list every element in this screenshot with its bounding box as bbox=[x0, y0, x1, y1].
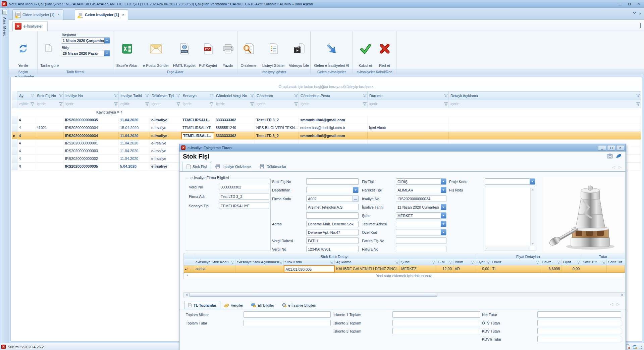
column-header[interactable]: Gönderici e-Posta bbox=[299, 91, 368, 100]
filter-funnel-icon[interactable] bbox=[114, 102, 118, 106]
filter-funnel-icon[interactable] bbox=[145, 102, 149, 106]
column-header[interactable]: Gönderici Vergi No bbox=[214, 91, 255, 100]
column-header[interactable]: Döviz... bbox=[540, 259, 561, 265]
proje-kodu-dropdown[interactable] bbox=[485, 178, 535, 185]
scroll-right-icon[interactable] bbox=[620, 294, 625, 296]
gelen-eirsaliyeleri-al-button[interactable]: Gelen e-İrsaliyeleri Al bbox=[311, 31, 353, 69]
vergi-dairesi-field[interactable] bbox=[306, 237, 359, 244]
iskonto1-field[interactable] bbox=[392, 311, 480, 318]
filter-cell[interactable]: içerir: bbox=[150, 100, 181, 108]
table-row[interactable]: ▸!asdsaA01.01.030.005KALİBRE GALVENİZLİ … bbox=[184, 265, 625, 273]
tab-dokumanlar[interactable]: Dökümanlar bbox=[255, 162, 291, 171]
ozel-kod-dropdown[interactable] bbox=[396, 229, 446, 235]
column-header[interactable]: Detaylı Açıklama bbox=[449, 91, 641, 100]
filter-cell[interactable]: içerir: bbox=[449, 100, 641, 108]
column-header[interactable]: Fiyat... bbox=[561, 259, 581, 265]
filter-funnel-icon[interactable] bbox=[636, 94, 640, 97]
chevron-down-icon[interactable] bbox=[104, 38, 110, 43]
filter-funnel-icon[interactable] bbox=[294, 94, 298, 97]
filter-funnel-icon[interactable] bbox=[31, 102, 34, 106]
fatura-no-field[interactable] bbox=[396, 246, 446, 252]
tab-ek-bilgiler[interactable]: Ek Bilgiler bbox=[247, 301, 278, 309]
table-row[interactable]: 441021IRS202000000000415.04.2020e-İrsali… bbox=[12, 124, 641, 132]
tab-stok-fisi[interactable]: Stok Fişi bbox=[182, 162, 211, 171]
filter-cell[interactable]: içerir: bbox=[255, 100, 299, 108]
chevron-down-icon[interactable] bbox=[104, 50, 110, 56]
scroll-left-icon[interactable] bbox=[184, 294, 189, 296]
chevron-down-icon[interactable] bbox=[441, 179, 446, 184]
sube-dropdown[interactable]: MERKEZ bbox=[396, 212, 446, 219]
hareket-tipi-dropdown[interactable]: ALIMLAR bbox=[396, 187, 446, 193]
onizleme-button[interactable]: Önizleme bbox=[237, 31, 260, 69]
theme-brush-icon[interactable] bbox=[616, 154, 622, 160]
departman-dropdown[interactable] bbox=[306, 187, 359, 193]
vergi-no-field[interactable] bbox=[306, 246, 359, 252]
filter-funnel-icon[interactable] bbox=[395, 261, 399, 264]
dialog-close-button[interactable]: ✕ bbox=[616, 145, 624, 150]
column-header[interactable]: Döküman Tipi bbox=[150, 91, 181, 100]
minimize-button[interactable] bbox=[616, 1, 624, 6]
tab-eirsaliye-bilgileri[interactable]: e-İrsaliye Bilgileri bbox=[278, 301, 320, 309]
adres1-field[interactable] bbox=[306, 221, 359, 227]
pdf-kaydet-button[interactable]: PDF Pdf Kaydet bbox=[198, 31, 219, 69]
filter-funnel-icon[interactable] bbox=[294, 102, 298, 106]
column-header[interactable]: Stok Kodu bbox=[284, 259, 335, 265]
restore-button[interactable] bbox=[626, 1, 633, 6]
column-header[interactable]: e-İrsaliye Stok Kodu bbox=[194, 259, 235, 265]
document-status-icon[interactable] bbox=[626, 344, 630, 350]
bitis-date-dropdown[interactable]: 26 Nisan 2020 Pazar bbox=[61, 50, 110, 56]
column-header[interactable]: Açıklama bbox=[335, 259, 400, 265]
filter-funnel-icon[interactable] bbox=[279, 261, 283, 264]
filter-funnel-icon[interactable] bbox=[536, 261, 539, 264]
filter-cell[interactable]: içerir: bbox=[181, 100, 214, 108]
filter-cell[interactable]: içerir: bbox=[299, 100, 368, 108]
filter-funnel-icon[interactable] bbox=[602, 261, 606, 264]
filter-funnel-icon[interactable] bbox=[145, 94, 149, 97]
tab-close-icon[interactable]: ✕ bbox=[122, 13, 125, 16]
excele-aktar-button[interactable]: Excel'e Aktar bbox=[114, 31, 141, 69]
filter-funnel-icon[interactable] bbox=[59, 102, 63, 106]
tab-nav-arrows[interactable]: ◁ ▷ bbox=[612, 165, 623, 169]
firma-unvan2-field[interactable] bbox=[306, 212, 359, 219]
horizontal-scrollbar[interactable] bbox=[183, 292, 625, 297]
screenshot-icon[interactable] bbox=[607, 154, 613, 160]
filter-funnel-icon[interactable] bbox=[444, 102, 448, 106]
teslimat-adresi-dropdown[interactable] bbox=[396, 221, 446, 227]
scrollbar-thumb[interactable] bbox=[189, 293, 437, 297]
table-row[interactable]: 4IRS202000000003511.04.2020e-İrsaliyeTEM… bbox=[12, 116, 641, 124]
listeyi-goster-button[interactable]: Listeyi Göster bbox=[260, 31, 288, 69]
filter-cell[interactable]: içerir: bbox=[64, 100, 119, 108]
fatura-fis-no-field[interactable] bbox=[396, 237, 446, 244]
tab-giden-irsaliyeler[interactable]: Giden İrsaliyeler [1] ✕ bbox=[12, 9, 63, 20]
filter-cell[interactable]: eşittir: bbox=[119, 100, 150, 108]
tab-gelen-irsaliyeler[interactable]: Gelen İrsaliyeler [1] ✕ bbox=[75, 9, 128, 20]
column-header[interactable]: İrsaliye Tarihi bbox=[119, 91, 150, 100]
table-row[interactable]: ▶4IRS202000000003411.04.2020e-İrsaliyeTE… bbox=[12, 132, 641, 139]
new-row-hint[interactable]: * Yeni satır eklemek için dokununuz. bbox=[184, 273, 625, 279]
baslama-date-dropdown[interactable]: 1 Nisan 2020 Çarşamba bbox=[61, 37, 110, 44]
firma-unvan-field[interactable] bbox=[306, 204, 359, 210]
column-header[interactable]: İrsaliye No bbox=[64, 91, 119, 100]
tab-vergiler[interactable]: Vergiler bbox=[220, 301, 247, 309]
column-header[interactable]: Döviz bbox=[491, 259, 541, 265]
column-header[interactable]: Fiyat... bbox=[475, 259, 491, 265]
filter-funnel-icon[interactable] bbox=[363, 102, 367, 106]
red-et-button[interactable]: Red et bbox=[376, 31, 394, 69]
iskonto3-field[interactable] bbox=[392, 328, 480, 334]
fis-tipi-dropdown[interactable]: GİRİŞ bbox=[396, 178, 446, 185]
chevron-down-icon[interactable] bbox=[441, 221, 446, 227]
filter-funnel-icon[interactable] bbox=[231, 261, 234, 264]
irsaliye-no-field[interactable] bbox=[396, 195, 446, 202]
column-header[interactable]: Satır Tut... bbox=[581, 259, 607, 265]
tab-nav-arrows[interactable]: ◁ ▷ bbox=[610, 302, 621, 306]
chevron-down-icon[interactable] bbox=[353, 187, 358, 193]
firma-adi-field[interactable] bbox=[219, 193, 269, 200]
column-header[interactable]: Gönderen bbox=[255, 91, 299, 100]
column-header[interactable]: Şube bbox=[400, 259, 436, 265]
close-button[interactable]: ✕ bbox=[635, 1, 642, 6]
chevron-down-icon[interactable] bbox=[441, 187, 446, 193]
column-header[interactable]: Stok Fiş No bbox=[35, 91, 64, 100]
filter-funnel-icon[interactable] bbox=[557, 261, 560, 264]
resize-grip[interactable] bbox=[639, 346, 642, 349]
filter-funnel-icon[interactable] bbox=[59, 94, 63, 97]
